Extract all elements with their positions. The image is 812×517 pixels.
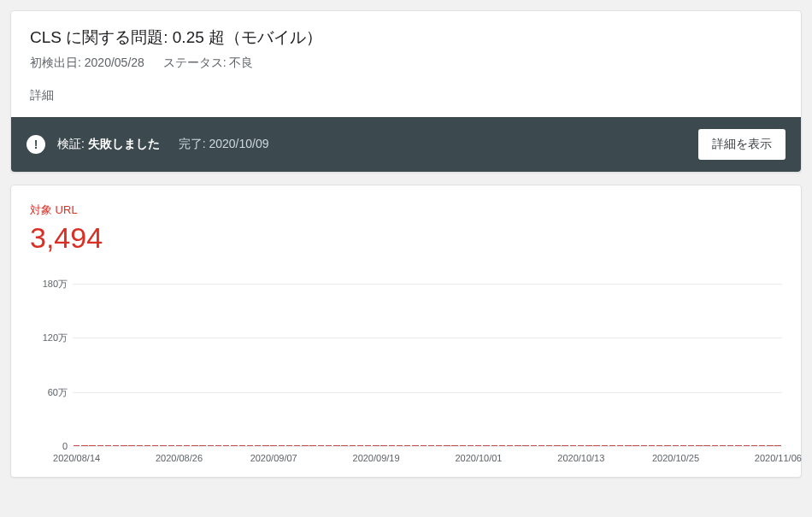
chart-y-tick-label: 180万 [30, 278, 68, 291]
validation-text: 検証: 失敗しました 完了: 2020/10/09 [57, 137, 698, 152]
metric-label: 対象 URL [30, 203, 782, 218]
status-label: ステータス: [163, 56, 227, 69]
chart-x-tick-label: 2020/10/01 [455, 453, 502, 463]
chart-bars [73, 284, 782, 446]
chart-x-axis: 2020/08/142020/08/262020/09/072020/09/19… [73, 453, 782, 467]
validation-banner: ! 検証: 失敗しました 完了: 2020/10/09 詳細を表示 [11, 117, 801, 172]
chart-x-tick-label: 2020/09/07 [250, 453, 297, 463]
chart-gridline [73, 338, 782, 338]
chart-x-tick-label: 2020/08/14 [53, 453, 100, 463]
chart-y-tick-label: 0 [30, 441, 68, 451]
first-detected-label: 初検出日: [30, 56, 81, 69]
first-detected-value: 2020/05/28 [85, 56, 144, 69]
chart-gridline [73, 446, 782, 447]
chart-x-tick-label: 2020/09/19 [353, 453, 400, 463]
chart-gridline [73, 284, 782, 285]
chart-x-tick-label: 2020/11/06 [755, 453, 802, 463]
verify-status: 失敗しました [88, 137, 160, 150]
chart-x-tick-label: 2020/10/13 [557, 453, 604, 463]
issue-header-top: CLS に関する問題: 0.25 超（モバイル） 初検出日: 2020/05/2… [11, 11, 801, 78]
verify-label: 検証: [57, 137, 85, 150]
details-link[interactable]: 詳細 [11, 78, 801, 117]
issue-header-card: CLS に関する問題: 0.25 超（モバイル） 初検出日: 2020/05/2… [10, 10, 802, 173]
chart-y-tick-label: 120万 [30, 332, 68, 344]
status-value: 不良 [229, 56, 253, 69]
chart-x-tick-label: 2020/10/25 [652, 453, 699, 463]
issue-subrow: 初検出日: 2020/05/28 ステータス: 不良 [30, 56, 782, 71]
chart-plot: 060万120万180万 [73, 284, 782, 446]
alert-icon: ! [26, 135, 45, 154]
done-value: 2020/10/09 [209, 137, 268, 150]
metric-value: 3,494 [30, 221, 782, 255]
chart-area: 060万120万180万 2020/08/142020/08/262020/09… [30, 284, 782, 467]
chart-card: 対象 URL 3,494 060万120万180万 2020/08/142020… [10, 185, 802, 478]
chart-gridline [73, 392, 782, 393]
done-label: 完了: [179, 137, 206, 150]
show-details-button[interactable]: 詳細を表示 [698, 129, 786, 160]
chart-x-tick-label: 2020/08/26 [156, 453, 203, 463]
issue-title: CLS に関する問題: 0.25 超（モバイル） [30, 26, 782, 49]
chart-y-tick-label: 60万 [30, 385, 68, 398]
